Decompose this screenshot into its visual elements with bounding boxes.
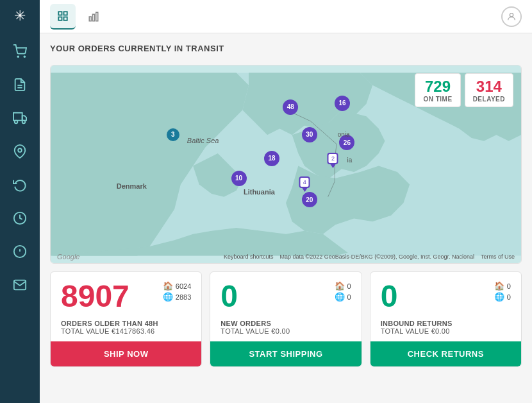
on-time-label: ON TIME	[423, 96, 452, 103]
map-pin-48[interactable]: 48	[283, 99, 298, 115]
svg-rect-15	[58, 17, 62, 20]
card-home-row-3: 🏠 0	[494, 281, 511, 291]
card-new-total: TOTAL VALUE €0.00	[220, 327, 351, 335]
svg-rect-4	[13, 113, 22, 121]
svg-rect-19	[96, 12, 98, 21]
svg-rect-18	[93, 14, 95, 21]
page-title: YOUR ORDERS CURRENTLY IN TRANSIT	[50, 44, 522, 53]
card-home-row-2: 🏠 0	[335, 281, 351, 291]
card-globe-row-3: 🌐 0	[494, 292, 511, 302]
map-pin-20[interactable]: 20	[302, 192, 317, 207]
baltic-sea-label: Baltic Sea	[187, 137, 219, 144]
check-returns-button[interactable]: CHECK RETURNS	[370, 341, 521, 366]
svg-rect-16	[64, 17, 67, 20]
card-orders-header: 8907 🏠 6024 🌐 2883	[61, 281, 191, 312]
card-inbound-returns: 0 🏠 0 🌐 0 INBOUND RETURNS TOTAL VALUE €0…	[370, 271, 522, 367]
map-pin-3[interactable]: 3	[167, 128, 179, 141]
globe-icon-2: 🌐	[335, 292, 345, 302]
home-icon-3: 🏠	[494, 281, 504, 291]
card-returns-desc: INBOUND RETURNS	[381, 320, 511, 327]
account-circle[interactable]	[501, 6, 522, 27]
card-new-header: 0 🏠 0 🌐 0	[220, 281, 351, 312]
card-globe-row-2: 🌐 0	[335, 292, 351, 302]
map-pin-30[interactable]: 30	[302, 127, 317, 142]
svg-marker-5	[22, 116, 26, 120]
card-orders-48h: 8907 🏠 6024 🌐 2883 ORDERS OLDER THAN 48H…	[50, 271, 202, 367]
mail-icon[interactable]	[6, 271, 34, 299]
home-value-2: 0	[347, 282, 351, 290]
svg-rect-17	[89, 17, 91, 21]
location-icon[interactable]	[6, 137, 34, 166]
tab-chart[interactable]	[81, 4, 106, 30]
card-returns-header: 0 🏠 0 🌐 0	[381, 281, 511, 312]
cards-row: 8907 🏠 6024 🌐 2883 ORDERS OLDER THAN 48H…	[50, 271, 522, 367]
denmark-label: Denmark	[117, 182, 147, 190]
card-orders-desc: ORDERS OLDER THAN 48H	[61, 320, 191, 327]
home-icon-2: 🏠	[335, 281, 345, 291]
tab-grid[interactable]	[50, 4, 76, 30]
card-new-icons: 🏠 0 🌐 0	[335, 281, 351, 302]
card-returns-total: TOTAL VALUE €0.00	[381, 327, 511, 335]
content-area: YOUR ORDERS CURRENTLY IN TRANSIT	[40, 33, 532, 403]
on-time-stat: 729 ON TIME	[415, 73, 460, 107]
returns-number: 0	[381, 281, 398, 312]
logo-icon[interactable]: ✳	[14, 8, 26, 24]
card-new-orders: 0 🏠 0 🌐 0 NEW ORDERS TOTAL VALUE €0.00	[210, 271, 362, 367]
map-data-label: Map data ©2022 GeoBasis-DE/BKG (©2009), …	[280, 253, 474, 260]
map-pin-icon-4[interactable]: 4	[299, 176, 310, 192]
refresh-icon[interactable]	[6, 171, 34, 199]
map-pin-icon-2[interactable]: 2	[328, 153, 338, 168]
svg-point-6	[15, 121, 18, 124]
on-time-number: 729	[423, 78, 452, 96]
map-attribution: Google Keyboard shortcuts Map data ©2022…	[51, 253, 521, 261]
svg-rect-14	[64, 12, 67, 15]
card-globe-row: 🌐 2883	[163, 292, 191, 302]
globe-icon: 🌐	[163, 292, 173, 302]
globe-value-2: 0	[347, 293, 351, 301]
svg-point-7	[22, 121, 26, 124]
topbar	[40, 0, 532, 33]
svg-point-1	[24, 56, 25, 57]
card-new-desc: NEW ORDERS	[220, 320, 351, 327]
keyboard-shortcuts[interactable]: Keyboard shortcuts	[224, 253, 274, 260]
map-pin-10[interactable]: 10	[231, 171, 247, 186]
google-logo: Google	[57, 253, 79, 261]
card-home-row: 🏠 6024	[163, 281, 191, 291]
sidebar: ✳	[0, 0, 40, 403]
lithuania-label: Lithuania	[244, 188, 275, 196]
cart-icon[interactable]	[6, 37, 34, 65]
terms-link[interactable]: Terms of Use	[481, 253, 515, 260]
main-content: YOUR ORDERS CURRENTLY IN TRANSIT	[40, 0, 532, 403]
card-orders-icons: 🏠 6024 🌐 2883	[163, 281, 191, 302]
globe-icon-3: 🌐	[494, 292, 504, 302]
document-icon[interactable]	[6, 71, 34, 99]
home-value-3: 0	[507, 282, 511, 290]
delayed-label: DELAYED	[473, 96, 505, 103]
card-orders-total: TOTAL VALUE €1417863.46	[61, 327, 191, 335]
home-value: 6024	[176, 282, 191, 290]
home-icon: 🏠	[163, 281, 173, 291]
svg-point-8	[18, 148, 22, 152]
svg-point-20	[510, 13, 513, 16]
card-returns-icons: 🏠 0 🌐 0	[494, 281, 511, 302]
latvia-label: ia	[347, 157, 352, 164]
globe-value: 2883	[176, 293, 191, 301]
start-shipping-button[interactable]: START SHIPPING	[210, 341, 361, 366]
map-background: Baltic Sea Denmark Lithuania 48 16 3	[51, 65, 521, 263]
map-stats: 729 ON TIME 314 DELAYED	[415, 73, 513, 107]
truck-icon[interactable]	[6, 104, 34, 132]
ship-now-button[interactable]: SHIP NOW	[51, 341, 201, 366]
delayed-stat: 314 DELAYED	[465, 73, 513, 107]
clock-icon[interactable]	[6, 204, 34, 232]
svg-rect-13	[58, 12, 62, 15]
alert-icon[interactable]	[6, 237, 34, 266]
svg-point-0	[17, 56, 19, 57]
map-pin-18[interactable]: 18	[264, 151, 279, 166]
delayed-number: 314	[473, 78, 505, 96]
globe-value-3: 0	[507, 293, 511, 301]
new-orders-number: 0	[220, 281, 238, 312]
map-container: Baltic Sea Denmark Lithuania 48 16 3	[50, 65, 522, 264]
estonia-label: onia	[338, 131, 350, 138]
map-pin-16[interactable]: 16	[335, 96, 350, 111]
orders-48h-number: 8907	[61, 281, 129, 312]
